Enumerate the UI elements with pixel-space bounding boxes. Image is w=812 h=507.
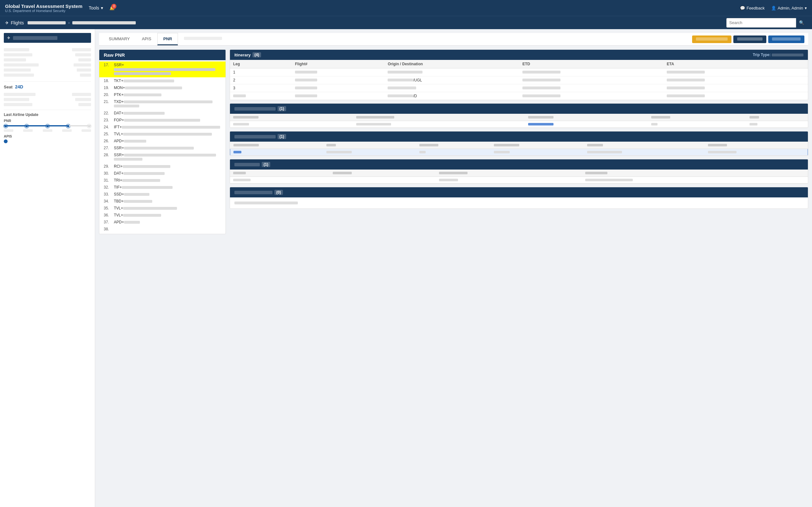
panel3-row-1[interactable] (230, 149, 808, 156)
search-input[interactable] (726, 18, 796, 27)
p4-col4 (582, 170, 808, 177)
nav-right: 💬 Feedback 👤 Admin, Admin ▾ (740, 6, 807, 10)
pnr-content-34: TBD+ (114, 199, 221, 204)
panel5-card: (0) (230, 187, 808, 209)
itinerary-panel: Itinerary (4) Trip Type: Leg (230, 49, 808, 100)
pnr-row-37: 37. APD+ (99, 219, 225, 226)
p3-col5 (584, 142, 705, 149)
feedback-label: Feedback (747, 6, 765, 10)
admin-menu[interactable]: 👤 Admin, Admin ▾ (771, 6, 807, 10)
breadcrumb-sep-1: › (68, 20, 69, 25)
tab-apis[interactable]: APIS (136, 33, 157, 45)
panel3-body (230, 142, 808, 156)
panel3-title-text (235, 135, 275, 138)
admin-chevron-icon: ▾ (805, 6, 807, 10)
row3-etd (519, 84, 664, 92)
flights-nav-item[interactable]: ✈ Flights (5, 20, 24, 25)
itinerary-row-2: 2 /UGL (230, 76, 808, 84)
panel4-row-1 (230, 177, 808, 183)
feedback-icon: 💬 (740, 6, 745, 10)
tab-summary[interactable]: SUMMARY (103, 33, 136, 45)
pnr-content-30: DAT+ (114, 171, 221, 176)
sidebar-value-3 (78, 58, 91, 61)
pnr-row-21: 21. TXD+ (99, 98, 225, 110)
row1-etd (519, 68, 664, 76)
tab-extra[interactable] (178, 33, 228, 45)
pnr-row-28: 28. SSR+ (99, 152, 225, 163)
pnr-date-2 (23, 129, 33, 132)
row3-flight (292, 84, 385, 92)
p3-col2 (323, 142, 416, 149)
pnr-row-34: 34. TBD+ (99, 198, 225, 205)
pnr-num-23: 23. (104, 118, 114, 122)
app-subtitle: U.S. Department of Homeland Security (5, 9, 83, 13)
itinerary-header-row: Leg Flight# Origin / Destination ETD ETA (230, 60, 808, 68)
tabs-actions (692, 34, 804, 45)
itinerary-row-3: 3 (230, 84, 808, 92)
sidebar-label-6 (4, 73, 34, 77)
col-leg: Leg (230, 60, 292, 68)
panel2-count: (1) (277, 106, 286, 111)
col-flight: Flight# (292, 60, 385, 68)
action-btn-2[interactable] (733, 36, 766, 43)
panel3-header-row (230, 142, 808, 149)
row1-leg: 1 (230, 68, 292, 76)
panel2-row-1 (230, 121, 808, 128)
pnr-date-3 (43, 129, 52, 132)
sidebar: ✈ (0, 29, 95, 507)
p4-r1-c4 (582, 177, 808, 183)
sidebar-extra-value-2 (75, 98, 91, 101)
row4-leg (230, 92, 292, 100)
row1-eta (664, 68, 808, 76)
panel3-card: (1) (230, 131, 808, 156)
search-bar: 🔍 (726, 18, 807, 27)
panel4-title: (1) (235, 162, 270, 167)
pnr-num-33: 33. (104, 192, 114, 196)
notification-bell[interactable]: 🔔 0 (109, 6, 114, 10)
trip-type-value (772, 54, 803, 56)
pnr-timeline: PNR (4, 119, 91, 132)
p3-col6 (705, 142, 808, 149)
pnr-row-31: 31. TRI+ (99, 177, 225, 184)
panel2-header-row (230, 114, 808, 121)
row2-leg: 2 (230, 76, 292, 84)
pnr-num-24: 24. (104, 125, 114, 129)
row2-flight (292, 76, 385, 84)
sidebar-extra-label-3 (4, 103, 32, 106)
panel2-card: (1) (230, 103, 808, 128)
panel3-count: (1) (277, 134, 286, 139)
search-button[interactable]: 🔍 (796, 18, 807, 27)
pnr-num-35: 35. (104, 206, 114, 210)
action-btn-3[interactable] (768, 36, 804, 43)
pnr-content-33: SSD+ (114, 192, 221, 196)
pnr-content-24: IFT+ (114, 125, 221, 129)
pnr-row-32: 32. TIF+ (99, 184, 225, 191)
sidebar-fields (4, 46, 91, 79)
pnr-num-36: 36. (104, 213, 114, 217)
pnr-content-36: TVL+ (114, 213, 221, 217)
panel4-table (230, 170, 808, 183)
row2-od: /UGL (385, 76, 519, 84)
pnr-num-32: 32. (104, 185, 114, 189)
sidebar-extra-value-1 (72, 93, 91, 96)
panel2-title: (1) (235, 106, 286, 111)
row2-etd (519, 76, 664, 84)
panel4-count: (1) (262, 162, 270, 167)
pnr-row-18: 18. TKT+ (99, 77, 225, 84)
tab-pnr[interactable]: PNR (157, 33, 178, 45)
raw-pnr-card: Raw PNR 17. SSR+ 18. TKT+ (99, 49, 226, 234)
feedback-link[interactable]: 💬 Feedback (740, 6, 765, 10)
raw-pnr-body[interactable]: 17. SSR+ 18. TKT+ 19. MON+ (99, 60, 225, 234)
tools-menu[interactable]: Tools ▾ (89, 5, 103, 10)
action-btn-1[interactable] (692, 36, 731, 43)
pnr-row-24: 24. IFT+ (99, 124, 225, 130)
pnr-row-26: 26. APD+ (99, 137, 225, 145)
itinerary-table: Leg Flight# Origin / Destination ETD ETA… (230, 60, 808, 100)
sidebar-extra-2 (4, 97, 91, 102)
sidebar-field-4 (4, 62, 91, 67)
pnr-num-18: 18. (104, 78, 114, 83)
tools-chevron-icon: ▾ (101, 5, 103, 10)
panel2-body (230, 114, 808, 128)
search-icon: 🔍 (799, 20, 804, 25)
panel4-title-text (235, 163, 260, 166)
